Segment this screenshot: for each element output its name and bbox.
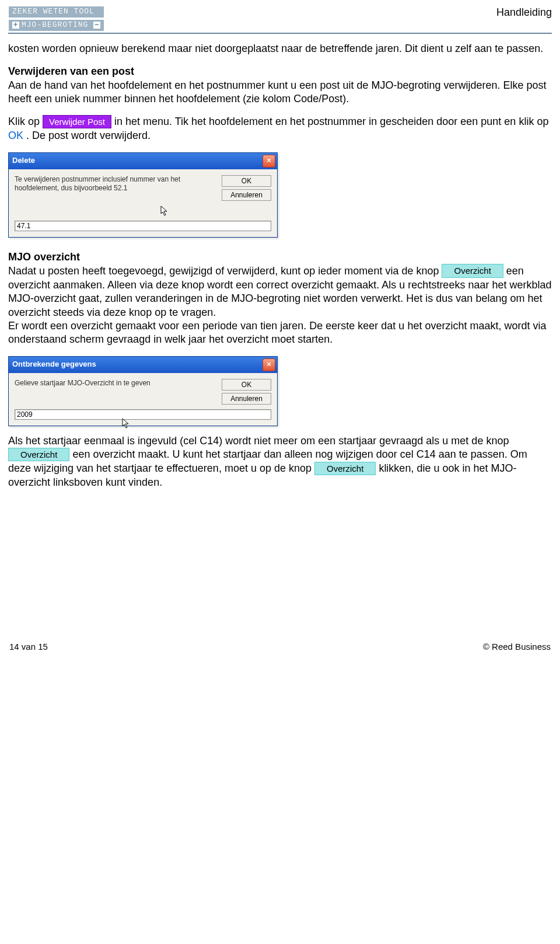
ok-button[interactable]: OK — [222, 175, 271, 187]
copyright: © Reed Business — [483, 641, 551, 653]
page-header: ZEKER WETEN TOOL + MJO-BEGROTING − Handl… — [8, 6, 552, 34]
overzicht-button[interactable]: Overzicht — [442, 264, 503, 278]
missing-data-text: Gelieve startjaar MJO-Overzicht in te ge… — [15, 379, 216, 405]
header-left-buttons: ZEKER WETEN TOOL + MJO-BEGROTING − — [8, 6, 104, 32]
click-instruction: Klik op Verwijder Post in het menu. Tik … — [8, 115, 552, 142]
page-footer: 14 van 15 © Reed Business — [8, 641, 552, 653]
klik-pre: Klik op — [8, 116, 43, 127]
cursor-icon — [160, 205, 169, 216]
cancel-button[interactable]: Annuleren — [222, 189, 271, 201]
remove-post-section: Verwijderen van een post Aan de hand van… — [8, 65, 552, 106]
plus-icon: + — [12, 22, 19, 29]
delete-dialog-titlebar: Delete × — [9, 153, 277, 169]
verwijder-post-button[interactable]: Verwijder Post — [43, 115, 111, 129]
nav-mjo-label: MJO-BEGROTING — [22, 20, 88, 30]
klik-mid: in het menu. Tik het hoofdelement en het… — [114, 116, 548, 127]
page-number: 14 van 15 — [9, 641, 48, 653]
mjo-overzicht-section: MJO overzicht Nadat u posten heeft toege… — [8, 250, 552, 346]
remove-post-title: Verwijderen van een post — [8, 65, 134, 77]
overzicht-button[interactable]: Overzicht — [8, 448, 69, 462]
missing-data-dialog: Ontbrekende gegevens × Gelieve startjaar… — [8, 356, 278, 426]
ok-link: OK — [8, 130, 23, 141]
tool-title-label: ZEKER WETEN TOOL — [12, 7, 94, 17]
tail-a: Als het startjaar eenmaal is ingevuld (c… — [8, 435, 509, 447]
cursor-container — [9, 205, 277, 221]
mjo-p1c: Er wordt een overzicht gemaakt voor een … — [8, 320, 546, 345]
delete-dialog-text: Te verwijderen postnummer inclusief numm… — [15, 175, 216, 201]
delete-dialog-title: Delete — [12, 156, 35, 166]
cancel-button[interactable]: Annuleren — [222, 393, 271, 405]
tail-paragraph: Als het startjaar eenmaal is ingevuld (c… — [8, 434, 552, 490]
close-icon[interactable]: × — [262, 358, 275, 371]
mjo-overzicht-title: MJO overzicht — [8, 251, 80, 263]
tool-title-button[interactable]: ZEKER WETEN TOOL — [8, 6, 104, 18]
missing-data-title: Ontbrekende gegevens — [12, 360, 96, 370]
overzicht-button[interactable]: Overzicht — [314, 462, 376, 476]
missing-data-titlebar: Ontbrekende gegevens × — [9, 357, 277, 373]
mjo-p1a: Nadat u posten heeft toegevoegd, gewijzi… — [8, 265, 442, 277]
header-right-text: Handleiding — [496, 6, 552, 19]
delete-dialog-input[interactable] — [15, 221, 271, 231]
nav-mjo-button[interactable]: + MJO-BEGROTING − — [8, 19, 104, 32]
missing-data-input[interactable] — [15, 409, 271, 420]
minus-icon: − — [93, 22, 100, 29]
klik-post: . De post wordt verwijderd. — [26, 130, 150, 141]
intro-paragraph: kosten worden opnieuw berekend maar niet… — [8, 42, 552, 55]
ok-button[interactable]: OK — [222, 379, 271, 391]
delete-dialog: Delete × Te verwijderen postnummer inclu… — [8, 152, 278, 238]
close-icon[interactable]: × — [262, 155, 275, 168]
remove-post-body: Aan de hand van het hoofdelement en het … — [8, 79, 547, 104]
